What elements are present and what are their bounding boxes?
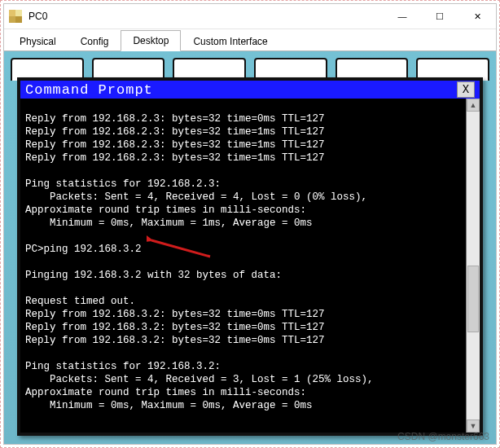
app-icon	[9, 10, 22, 23]
maximize-button[interactable]: ☐	[421, 4, 458, 29]
tab-desktop[interactable]: Desktop	[121, 30, 181, 51]
command-prompt-title: Command Prompt	[25, 82, 457, 98]
scrollbar-track[interactable]	[467, 112, 480, 419]
terminal-output[interactable]: Reply from 192.168.2.3: bytes=32 time=0m…	[20, 109, 466, 423]
close-button[interactable]: ✕	[458, 4, 496, 29]
command-prompt-titlebar[interactable]: Command Prompt X	[20, 81, 480, 99]
tab-physical[interactable]: Physical	[7, 31, 68, 51]
scrollbar-thumb[interactable]	[467, 266, 479, 332]
scroll-up-icon[interactable]: ▲	[467, 99, 480, 112]
titlebar[interactable]: PC0 — ☐ ✕	[4, 4, 496, 29]
tab-bar: Physical Config Desktop Custom Interface	[4, 29, 496, 51]
app-window: PC0 — ☐ ✕ Physical Config Desktop Custom…	[3, 3, 497, 445]
scrollbar[interactable]: ▲ ▼	[466, 99, 480, 433]
minimize-button[interactable]: —	[384, 4, 421, 29]
watermark: CSDN @monster663	[397, 431, 489, 442]
command-prompt-window: Command Prompt X Reply from 192.168.2.3:…	[17, 77, 483, 436]
tab-config[interactable]: Config	[68, 31, 121, 51]
window-title: PC0	[27, 11, 384, 22]
client-area: Command Prompt X Reply from 192.168.2.3:…	[4, 51, 496, 444]
command-prompt-close-button[interactable]: X	[457, 81, 475, 98]
tab-custom-interface[interactable]: Custom Interface	[181, 31, 279, 51]
